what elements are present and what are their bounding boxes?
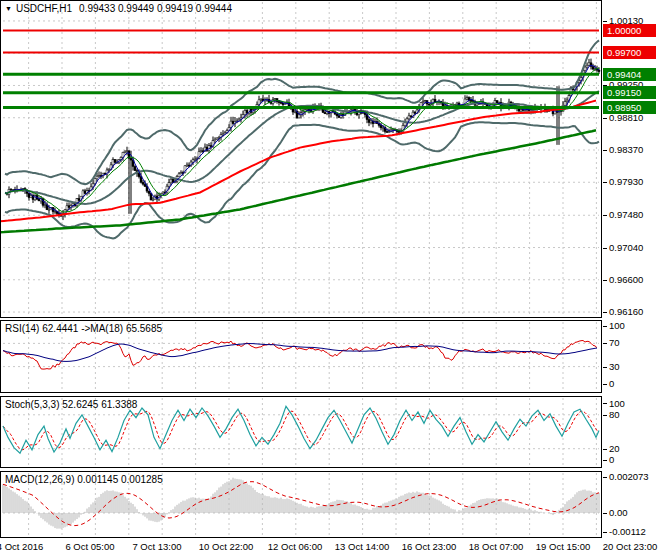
candle-body — [84, 191, 86, 194]
candle-body — [96, 176, 98, 179]
stoch-tick-label: 20 — [603, 443, 620, 455]
candle-body — [170, 179, 172, 183]
time-axis-label: 13 Oct 14:00 — [335, 541, 389, 552]
candle-body — [112, 160, 114, 165]
time-axis-label: 10 Oct 22:00 — [199, 541, 253, 552]
candle-body — [410, 116, 412, 117]
candle-body — [192, 160, 194, 162]
candle-body — [324, 113, 326, 114]
candle-body — [126, 151, 128, 152]
candle-body — [214, 139, 216, 141]
candle-body — [388, 132, 390, 133]
candle-body — [44, 205, 46, 206]
candle-body — [54, 212, 56, 213]
price-level-badge: 1.00000 — [603, 24, 656, 37]
candle-body — [216, 138, 218, 139]
candle-body — [28, 193, 30, 197]
price-level-badge: 0.99150 — [603, 86, 656, 99]
stoch-tick-label: 80 — [603, 409, 620, 421]
rsi-tick-label: 30 — [603, 361, 620, 373]
candle-body — [130, 158, 132, 160]
candle-body — [48, 209, 50, 210]
candle-body — [230, 121, 232, 127]
time-axis-label: 18 Oct 07:00 — [469, 541, 523, 552]
stoch-tick-label: 100 — [603, 398, 625, 410]
macd-tick-label: 0.00 — [603, 507, 628, 519]
candle-body — [186, 165, 188, 166]
candle-body — [294, 111, 296, 112]
candle-body — [414, 112, 416, 113]
candle-body — [586, 65, 588, 67]
price-tick-label: 0.98370 — [603, 144, 643, 156]
time-axis-label: 16 Oct 23:00 — [402, 541, 456, 552]
candle-body — [404, 123, 406, 126]
candle-body — [592, 66, 594, 69]
candle-body — [178, 174, 180, 177]
candle-body — [298, 115, 300, 118]
candle-body — [180, 172, 182, 173]
price-level-badge: 0.99404 — [603, 68, 656, 81]
candle-body — [148, 191, 150, 193]
time-scale[interactable]: 4 Oct 20166 Oct 05:007 Oct 13:0010 Oct 2… — [0, 538, 660, 560]
candle-body — [10, 189, 12, 190]
panel-background — [0, 0, 602, 318]
candle-body — [82, 191, 84, 196]
symbol-period-label: USDCHF,H1 — [16, 3, 72, 14]
candle-body — [108, 169, 110, 170]
rsi-tick-label: 100 — [603, 320, 625, 332]
candle-body — [38, 199, 40, 201]
candle-body — [200, 151, 202, 152]
candle-body — [142, 182, 144, 184]
price-scale-column[interactable]: 1.001300.996900.992500.988100.983700.979… — [602, 0, 660, 560]
candle-body — [370, 121, 372, 123]
candle-body — [152, 199, 154, 200]
main-chart-canvas[interactable] — [0, 0, 602, 318]
candle-body — [470, 100, 472, 101]
candle-body — [66, 206, 68, 210]
chart-window: ▼USDCHF,H10.99433 0.99449 0.99419 0.9944… — [0, 0, 660, 560]
candle-body — [162, 192, 164, 193]
candle-body — [168, 183, 170, 186]
candle-body — [382, 127, 384, 128]
candle-body — [114, 160, 116, 163]
candle-body — [368, 120, 370, 123]
price-tick-label: 0.96600 — [603, 274, 643, 286]
candle-body — [422, 101, 424, 102]
time-axis-label: 4 Oct 2016 — [0, 541, 43, 552]
candle-body — [222, 134, 224, 135]
rsi-tick-label: 70 — [603, 337, 620, 349]
candle-body — [78, 199, 80, 201]
candle-body — [424, 101, 426, 102]
candle-body — [456, 103, 458, 104]
macd-tick-label: 0.002073 — [603, 471, 649, 483]
macd-label: MACD(12,26,9) 0.001145 0.001285 — [5, 474, 163, 485]
rsi-label: RSI(14) 62.4441 ->MA(18) 65.5685 — [5, 323, 162, 334]
stochastic-label: Stoch(5,3,3) 52.6245 61.3388 — [5, 399, 137, 410]
candle-body — [598, 70, 600, 72]
price-tick-label: 0.97930 — [603, 176, 643, 188]
candle-body — [338, 116, 340, 118]
candle-body — [244, 110, 246, 114]
candle-body — [466, 98, 468, 99]
candle-body — [386, 131, 388, 132]
candle-body — [408, 116, 410, 119]
candle-body — [520, 109, 522, 111]
price-tick-label: 0.97040 — [603, 242, 643, 254]
candle-body — [194, 159, 196, 160]
candle-body — [278, 102, 280, 103]
candle-body — [564, 102, 566, 105]
price-tick-label: 0.97480 — [603, 209, 643, 221]
candle-body — [274, 99, 276, 100]
candle-body — [260, 99, 262, 100]
time-axis-label: 7 Oct 13:00 — [132, 541, 181, 552]
time-axis-label: 6 Oct 05:00 — [65, 541, 114, 552]
candle-body — [124, 151, 126, 152]
candle-body — [420, 102, 422, 106]
ohlc-quote: 0.99433 0.99449 0.99419 0.99444 — [79, 3, 232, 14]
price-level-badge: 0.99700 — [603, 46, 656, 59]
time-axis-label: 12 Oct 06:00 — [268, 541, 322, 552]
symbol-dropdown-icon[interactable]: ▼ — [5, 5, 12, 12]
time-axis-label: 19 Oct 15:00 — [536, 541, 590, 552]
candle-body — [566, 100, 568, 102]
candle-body — [302, 111, 304, 112]
